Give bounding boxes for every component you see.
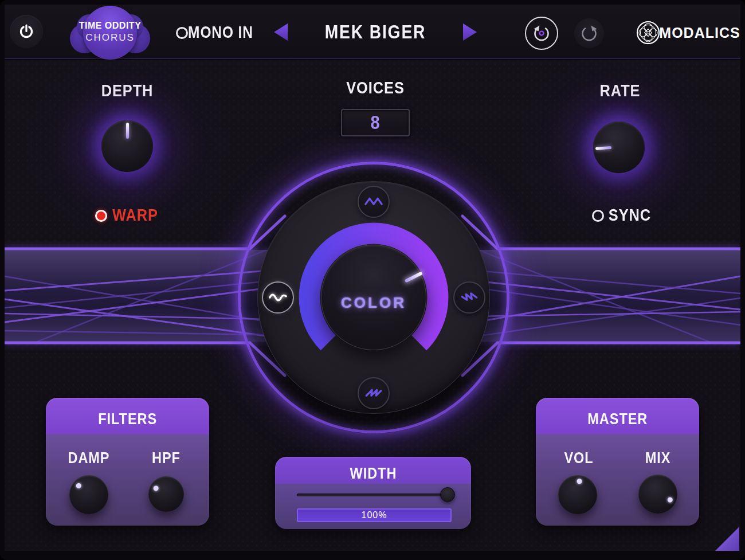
- width-slider-thumb[interactable]: [440, 487, 455, 502]
- mix-knob[interactable]: [638, 475, 677, 514]
- next-preset-button[interactable]: [461, 22, 479, 42]
- logo-line2: CHORUS: [70, 32, 150, 44]
- rate-knob-pointer: [595, 146, 611, 150]
- voices-value-box[interactable]: 8: [341, 109, 410, 136]
- damp-label: DAMP: [66, 450, 111, 467]
- plugin-logo: TIME ODDITY CHORUS: [70, 5, 150, 58]
- triangle-wave-icon: [364, 192, 383, 212]
- saw-wave-icon: [364, 383, 383, 403]
- lfo-shape-triangle-button[interactable]: [358, 186, 390, 218]
- resize-triangle-icon: [715, 527, 739, 551]
- hpf-knob-dot: [152, 485, 159, 492]
- mix-knob-dot: [667, 496, 674, 503]
- hpf-label: HPF: [151, 450, 182, 467]
- rate-knob[interactable]: [593, 122, 645, 173]
- voices-label: VOICES: [344, 80, 406, 97]
- warp-label: WARP: [111, 207, 160, 225]
- filters-title: FILTERS: [46, 410, 209, 427]
- depth-knob-pointer: [126, 123, 129, 139]
- title-bar: TIME ODDITY CHORUS MONO IN MEK BIGER: [5, 5, 740, 59]
- width-slider-track[interactable]: [297, 494, 454, 496]
- lfo-shape-sine-button[interactable]: [262, 281, 294, 314]
- redo-icon: [578, 22, 601, 45]
- mix-label: MIX: [644, 450, 671, 467]
- width-value-bar: 100%: [297, 508, 452, 522]
- vol-label: VOL: [563, 450, 594, 467]
- left-triangle-icon: [274, 24, 288, 41]
- hpf-knob[interactable]: [148, 476, 184, 512]
- depth-label: DEPTH: [100, 83, 155, 100]
- rate-label: RATE: [598, 83, 642, 100]
- sync-toggle[interactable]: [592, 210, 604, 222]
- sync-label: SYNC: [607, 207, 652, 225]
- vol-knob-dot: [577, 479, 582, 484]
- mono-in-label: MONO IN: [186, 24, 255, 42]
- damp-knob-dot: [75, 483, 83, 490]
- preset-name[interactable]: MEK BIGER: [321, 22, 429, 42]
- power-button[interactable]: [10, 15, 43, 48]
- power-icon: [18, 23, 35, 40]
- master-title: MASTER: [536, 410, 699, 427]
- color-knob-assembly: COLOR: [230, 154, 517, 441]
- master-panel: MASTER VOL MIX: [536, 398, 699, 526]
- width-title: WIDTH: [275, 465, 471, 481]
- voices-value: 8: [371, 111, 380, 134]
- modalics-logo-icon: [636, 20, 661, 45]
- vol-knob[interactable]: [558, 475, 597, 514]
- main-panel: DEPTH WARP VOICES 8 RATE SYNC: [5, 60, 740, 551]
- damp-knob[interactable]: [69, 475, 108, 514]
- right-triangle-icon: [463, 24, 477, 41]
- undo-button[interactable]: [525, 17, 558, 50]
- depth-knob[interactable]: [101, 120, 153, 172]
- undo-icon: [530, 22, 553, 45]
- warp-toggle[interactable]: [95, 210, 107, 222]
- redo-button[interactable]: [574, 18, 604, 48]
- lfo-shape-random-button[interactable]: [453, 281, 485, 314]
- sine-wave-icon: [268, 288, 288, 307]
- brand-name: MODALICS: [659, 25, 740, 41]
- resize-handle[interactable]: [714, 526, 740, 551]
- random-wave-icon: [460, 288, 479, 307]
- prev-preset-button[interactable]: [272, 22, 289, 42]
- width-panel: WIDTH 100%: [275, 457, 471, 529]
- width-value: 100%: [362, 510, 387, 520]
- logo-line1: TIME ODDITY: [70, 20, 150, 32]
- plugin-window: TIME ODDITY CHORUS MONO IN MEK BIGER: [0, 0, 745, 560]
- lfo-shape-saw-button[interactable]: [358, 377, 390, 409]
- filters-panel: FILTERS DAMP HPF: [46, 398, 209, 526]
